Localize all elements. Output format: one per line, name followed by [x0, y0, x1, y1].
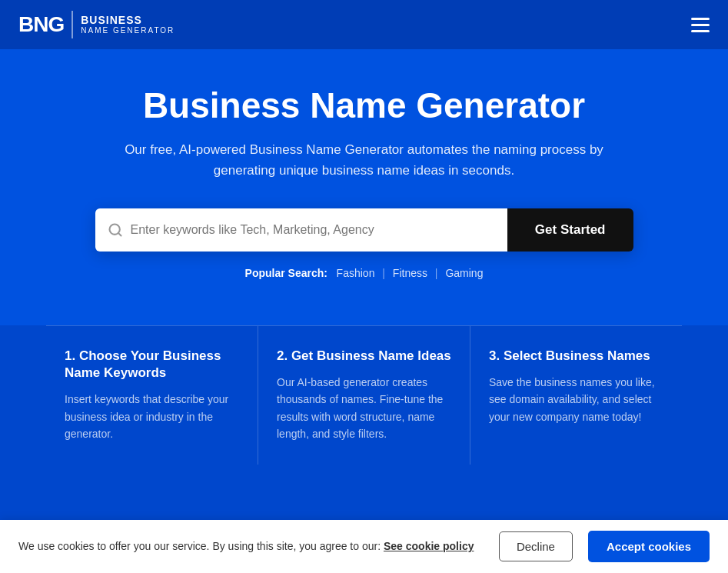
popular-search-gaming[interactable]: Gaming [445, 267, 483, 279]
search-input-wrapper [95, 208, 507, 252]
logo-bng: BNG [18, 12, 64, 37]
hamburger-menu[interactable] [691, 18, 710, 32]
feature-col-1: 1. Choose Your Business Name Keywords In… [46, 325, 258, 465]
decline-button[interactable]: Decline [499, 531, 573, 561]
search-input[interactable] [131, 209, 495, 251]
cookie-banner: We use cookies to offer you our service.… [0, 520, 728, 573]
logo-divider [71, 11, 73, 38]
hamburger-line-2 [691, 24, 710, 26]
hero-section: Business Name Generator Our free, AI-pow… [0, 49, 728, 325]
search-bar: Get Started [95, 208, 633, 252]
features-section: 1. Choose Your Business Name Keywords In… [0, 325, 728, 465]
get-started-button[interactable]: Get Started [507, 208, 633, 252]
cookie-policy-link[interactable]: See cookie policy [384, 540, 474, 552]
popular-search: Popular Search: Fashion | Fitness | Gami… [46, 267, 682, 279]
feature-title-2: 2. Get Business Name Ideas [277, 348, 451, 365]
feature-col-3: 3. Select Business Names Save the busine… [470, 325, 682, 465]
hamburger-line-3 [691, 30, 710, 32]
page-title: Business Name Generator [46, 86, 682, 125]
feature-desc-1: Insert keywords that describe your busin… [65, 391, 239, 442]
popular-search-fitness[interactable]: Fitness [393, 267, 427, 279]
cookie-text: We use cookies to offer you our service.… [18, 538, 484, 555]
logo-text-bottom: NAME GENERATOR [81, 26, 175, 35]
feature-desc-3: Save the business names you like, see do… [489, 374, 663, 425]
accept-cookies-button[interactable]: Accept cookies [588, 531, 710, 562]
logo-text-top: BUSINESS [81, 15, 175, 26]
feature-desc-2: Our AI-based generator creates thousands… [277, 374, 451, 443]
logo-text: BUSINESS NAME GENERATOR [81, 15, 175, 35]
feature-col-2: 2. Get Business Name Ideas Our AI-based … [258, 325, 470, 465]
hamburger-line-1 [691, 18, 710, 20]
svg-line-1 [118, 233, 121, 236]
feature-title-1: 1. Choose Your Business Name Keywords [65, 348, 239, 381]
popular-search-fashion[interactable]: Fashion [337, 267, 375, 279]
hero-subtitle: Our free, AI-powered Business Name Gener… [103, 139, 626, 181]
search-icon [108, 222, 123, 238]
feature-title-3: 3. Select Business Names [489, 348, 663, 365]
popular-search-label: Popular Search: [245, 267, 327, 279]
popular-divider-1: | [382, 267, 385, 279]
logo: BNG BUSINESS NAME GENERATOR [18, 11, 175, 38]
popular-divider-2: | [435, 267, 438, 279]
header: BNG BUSINESS NAME GENERATOR [0, 0, 728, 49]
